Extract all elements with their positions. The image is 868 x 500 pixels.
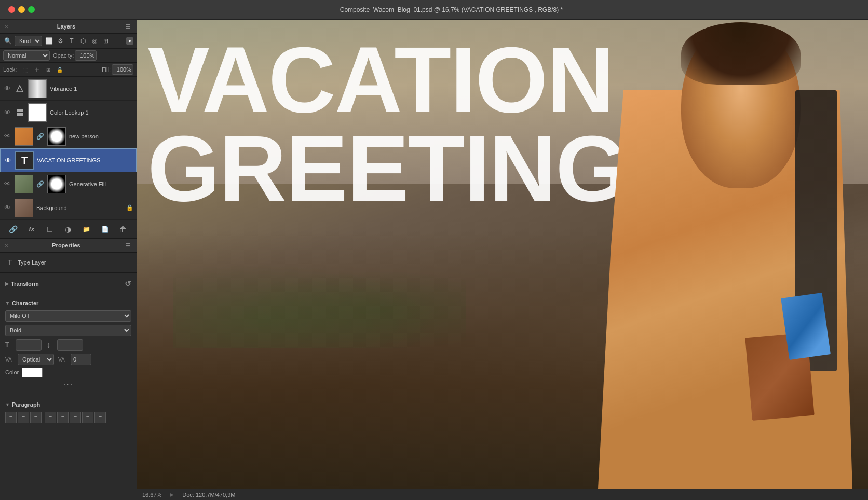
justify-center-button[interactable]: ≡ [57, 412, 69, 423]
color-swatch[interactable] [22, 368, 43, 377]
character-section: ▼ Character Milo OT Bold [0, 294, 137, 395]
lock-label: Lock: [3, 66, 17, 73]
layer-item[interactable]: 👁 Vibrance 1 [0, 77, 137, 101]
close-button[interactable] [8, 6, 15, 13]
vegetation-overlay [173, 254, 466, 348]
layer-item[interactable]: 👁 T VACATION GREETINGS [0, 148, 137, 172]
kerning-select[interactable]: Optical [18, 354, 54, 365]
font-weight-select[interactable]: Bold [5, 325, 131, 336]
person-hair [681, 22, 801, 85]
justify-last-button[interactable]: ≡ [94, 412, 106, 423]
layer-thumbnail: T [15, 151, 34, 170]
add-mask-button[interactable]: □ [44, 224, 56, 235]
adjustment-button[interactable]: ◑ [62, 224, 74, 235]
visibility-icon[interactable]: 👁 [3, 108, 11, 117]
person-layer [577, 20, 852, 489]
visibility-icon[interactable]: 👁 [3, 132, 11, 141]
smart-filter-icon[interactable]: ◎ [90, 36, 99, 46]
transform-header[interactable]: ▶ Transform ↺ [5, 276, 131, 290]
fill-control: Fill: [102, 64, 133, 75]
opacity-input[interactable] [75, 50, 97, 61]
svg-marker-0 [17, 86, 23, 92]
color-row: Color [5, 367, 131, 378]
transform-reset-button[interactable]: ↺ [125, 279, 131, 288]
layer-item[interactable]: 👁 Background 🔒 [0, 196, 137, 220]
transform-label: Transform [11, 281, 39, 287]
status-arrow-icon[interactable]: ▶ [170, 492, 174, 497]
canvas-content[interactable]: VACATIONGREETINGS [137, 20, 868, 489]
shape-filter-icon[interactable]: ⬡ [78, 36, 88, 46]
character-header[interactable]: ▼ Character [5, 297, 131, 309]
layer-item[interactable]: 👁 Color Lookup 1 [0, 101, 137, 124]
search-icon: 🔍 [3, 36, 12, 46]
justify-right-button[interactable]: ≡ [70, 412, 81, 423]
font-family-select[interactable]: Milo OT [5, 310, 131, 322]
opacity-control: Opacity: [53, 50, 97, 61]
visibility-icon[interactable]: 👁 [4, 156, 12, 164]
layers-panel-menu[interactable]: ☰ [124, 22, 132, 31]
align-right-button[interactable]: ≡ [30, 412, 42, 423]
layer-thumbnail [15, 199, 33, 217]
adjustment-filter-icon[interactable]: ⚙ [56, 36, 65, 46]
adjustment-type-icon [15, 107, 25, 118]
transform-section: ▶ Transform ↺ [0, 273, 137, 294]
leading-icon: ↕ [47, 341, 55, 349]
lock-pixels-icon[interactable]: ⬚ [21, 65, 30, 74]
blend-mode-select[interactable]: Normal [3, 50, 50, 61]
link-layers-button[interactable]: 🔗 [8, 224, 19, 235]
minimize-button[interactable] [18, 6, 25, 13]
size-leading-row: T ↕ [5, 338, 131, 352]
tracking-input[interactable] [71, 354, 91, 365]
lock-artboard-icon[interactable]: ⊞ [44, 65, 53, 74]
visibility-icon[interactable]: 👁 [3, 85, 11, 93]
layers-panel-title: Layers [57, 23, 75, 30]
justify-left-button[interactable]: ≡ [45, 412, 56, 423]
status-bar: 16.67% ▶ Doc: 120,7M/470,9M [137, 489, 868, 500]
kind-select[interactable]: Kind [15, 36, 42, 46]
new-group-button[interactable]: 📁 [81, 224, 92, 235]
layer-thumbnail [15, 175, 33, 193]
left-panel: ✕ Layers ☰ 🔍 Kind ⬜ ⚙ T ⬡ ◎ ⊞ ● [0, 20, 137, 500]
character-label: Character [12, 300, 38, 307]
justify-all-button[interactable]: ≡ [82, 412, 93, 423]
properties-panel: ✕ Properties ☰ T Type Layer ▶ Transform [0, 239, 137, 500]
lock-fill-bar: Lock: ⬚ ✛ ⊞ 🔒 Fill: [0, 63, 137, 77]
visibility-icon[interactable]: 👁 [3, 180, 11, 188]
paragraph-section: ▼ Paragraph ≡ ≡ ≡ ≡ ≡ ≡ ≡ ≡ [0, 395, 137, 428]
new-layer-button[interactable]: 📄 [99, 224, 111, 235]
leading-input[interactable] [57, 339, 83, 351]
font-size-input[interactable] [16, 339, 42, 351]
properties-panel-menu[interactable]: ☰ [124, 241, 132, 249]
fx-button[interactable]: fx [26, 224, 37, 235]
blend-opacity-bar: Normal Opacity: [0, 49, 137, 63]
text-filter-icon[interactable]: T [67, 36, 76, 46]
type-layer-row: T Type Layer [5, 256, 131, 269]
fill-input[interactable] [112, 64, 133, 75]
visibility-icon[interactable]: 👁 [3, 204, 11, 212]
pixel-filter-icon[interactable]: ⬜ [44, 36, 53, 46]
layers-bottom-toolbar: 🔗 fx □ ◑ 📁 📄 🗑 [0, 220, 137, 238]
artboard-filter-icon[interactable]: ⊞ [101, 36, 111, 46]
title-bar: Composite_Wacom_Blog_01.psd @ 16,7% (VAC… [0, 0, 868, 20]
properties-panel-header: ✕ Properties ☰ [0, 239, 137, 253]
kerning-label-icon: VA [58, 357, 69, 363]
doc-info: Doc: 120,7M/470,9M [182, 492, 235, 498]
boarding-pass [781, 293, 831, 360]
align-left-button[interactable]: ≡ [5, 412, 17, 423]
paragraph-header[interactable]: ▼ Paragraph [5, 398, 131, 410]
layer-item[interactable]: 👁 🔗 new person [0, 124, 137, 148]
maximize-button[interactable] [28, 6, 35, 13]
layer-item[interactable]: 👁 🔗 Generative Fill [0, 172, 137, 196]
delete-layer-button[interactable]: 🗑 [117, 224, 129, 235]
more-options-button[interactable]: ··· [5, 378, 131, 392]
properties-panel-close[interactable]: ✕ [4, 243, 8, 248]
opacity-label: Opacity: [53, 52, 74, 59]
character-arrow-icon: ▼ [5, 301, 10, 306]
link-icon: 🔗 [36, 180, 44, 188]
paragraph-arrow-icon: ▼ [5, 402, 10, 407]
lock-position-icon[interactable]: ✛ [32, 65, 42, 74]
filter-off-icon[interactable]: ● [126, 37, 133, 45]
lock-all-icon[interactable]: 🔒 [55, 65, 64, 74]
align-center-button[interactable]: ≡ [18, 412, 29, 423]
layers-panel-close[interactable]: ✕ [4, 24, 8, 30]
